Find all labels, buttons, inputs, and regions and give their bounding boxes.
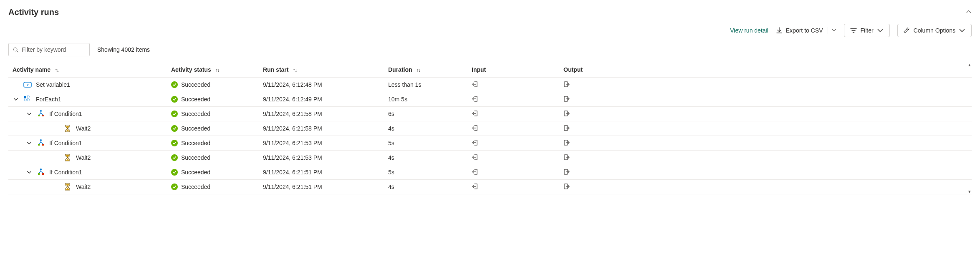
col-output[interactable]: Output [563,66,583,73]
search-icon [13,47,18,53]
activity-name: If Condition1 [49,169,82,176]
activity-name: ForEach1 [36,96,61,103]
output-icon[interactable] [563,183,570,191]
expand-toggle-icon[interactable] [13,97,19,102]
expand-toggle-icon[interactable] [26,111,33,116]
sort-icon[interactable]: ↑↓ [55,67,58,73]
col-activity-status[interactable]: Activity status [171,66,211,73]
svg-line-1 [17,50,18,52]
foreach-icon [23,95,32,103]
input-icon[interactable] [472,168,478,176]
run-start: 9/11/2024, 6:21:58 PM [263,111,322,117]
expand-toggle-icon[interactable] [26,141,33,146]
run-start: 9/11/2024, 6:12:48 PM [263,81,322,88]
status-text: Succeeded [181,184,210,190]
duration: 4s [388,184,394,190]
col-activity-name[interactable]: Activity name [13,66,51,73]
input-icon[interactable] [472,139,478,147]
input-icon[interactable] [472,183,478,191]
table-row[interactable]: Wait2Succeeded9/11/2024, 6:21:58 PM4s [8,121,972,136]
status-text: Succeeded [181,96,210,103]
output-icon[interactable] [563,125,570,133]
table-row[interactable]: Wait2Succeeded9/11/2024, 6:21:53 PM4s [8,151,972,165]
activity-name: If Condition1 [49,140,82,146]
export-to-csv-label: Export to CSV [786,27,823,34]
expand-toggle-icon[interactable] [26,170,33,175]
collapse-panel-icon[interactable] [966,9,972,16]
table-header: Activity name ↑↓ Activity status ↑↓ Run … [8,62,972,78]
table-row[interactable]: If Condition1Succeeded9/11/2024, 6:21:51… [8,165,972,180]
split-divider [828,27,828,34]
search-input-wrapper[interactable] [8,43,90,56]
table-row[interactable]: Set variable1Succeeded9/11/2024, 6:12:48… [8,78,972,92]
if-condition-icon [37,110,45,118]
status-text: Succeeded [181,125,210,132]
duration: 4s [388,154,394,161]
run-start: 9/11/2024, 6:21:58 PM [263,125,322,132]
success-icon [171,154,178,161]
input-icon[interactable] [472,81,478,89]
input-icon[interactable] [472,110,478,118]
activity-name: Wait2 [76,125,91,132]
chevron-down-icon [959,27,965,34]
sort-icon[interactable]: ↑↓ [215,67,219,73]
success-icon [171,184,178,190]
input-icon[interactable] [472,96,478,103]
sort-icon[interactable]: ↑↓ [417,67,420,73]
wait-icon [63,153,72,162]
export-dropdown-chevron-icon[interactable] [831,28,836,34]
activity-runs-table: Activity name ↑↓ Activity status ↑↓ Run … [8,62,972,194]
run-start: 9/11/2024, 6:21:51 PM [263,169,322,176]
item-count-label: Showing 4002 items [97,46,150,53]
filter-label: Filter [860,27,873,34]
success-icon [171,81,178,88]
view-run-detail-link[interactable]: View run detail [730,27,768,34]
col-input[interactable]: Input [472,66,486,73]
status-text: Succeeded [181,111,210,117]
success-icon [171,140,178,146]
table-row[interactable]: If Condition1Succeeded9/11/2024, 6:21:58… [8,107,972,121]
status-text: Succeeded [181,154,210,161]
output-icon[interactable] [563,154,570,162]
column-options-button[interactable]: Column Options [897,24,972,37]
output-icon[interactable] [563,110,570,118]
chevron-down-icon [877,27,884,34]
success-icon [171,96,178,103]
page-title: Activity runs [8,8,59,17]
table-body: Set variable1Succeeded9/11/2024, 6:12:48… [8,78,972,194]
activity-name: Set variable1 [36,81,70,88]
if-condition-icon [37,139,45,147]
scroll-up-icon[interactable]: ▴ [968,62,971,68]
variable-icon [23,80,32,89]
filter-button[interactable]: Filter [844,24,889,37]
output-icon[interactable] [563,81,570,89]
export-to-csv-button[interactable]: Export to CSV [776,27,823,34]
filter-icon [850,27,857,34]
output-icon[interactable] [563,96,570,103]
col-duration[interactable]: Duration [388,66,412,73]
filter-keyword-input[interactable] [21,46,85,53]
success-icon [171,111,178,117]
scroll-down-icon[interactable]: ▾ [968,189,971,194]
col-run-start[interactable]: Run start [263,66,288,73]
status-text: Succeeded [181,140,210,146]
table-row[interactable]: Wait2Succeeded9/11/2024, 6:21:51 PM4s [8,180,972,194]
download-icon [776,27,783,34]
duration: 4s [388,125,394,132]
duration: 10m 5s [388,96,407,103]
table-row[interactable]: If Condition1Succeeded9/11/2024, 6:21:53… [8,136,972,151]
run-start: 9/11/2024, 6:21:53 PM [263,140,322,146]
output-icon[interactable] [563,168,570,176]
sort-icon[interactable]: ↑↓ [293,67,296,73]
duration: 5s [388,169,394,176]
table-row[interactable]: ForEach1Succeeded9/11/2024, 6:12:49 PM10… [8,92,972,107]
status-text: Succeeded [181,169,210,176]
success-icon [171,125,178,132]
input-icon[interactable] [472,125,478,133]
output-icon[interactable] [563,139,570,147]
input-icon[interactable] [472,154,478,162]
duration: 6s [388,111,394,117]
wait-icon [63,183,72,191]
wrench-icon [904,27,910,34]
run-start: 9/11/2024, 6:21:51 PM [263,184,322,190]
